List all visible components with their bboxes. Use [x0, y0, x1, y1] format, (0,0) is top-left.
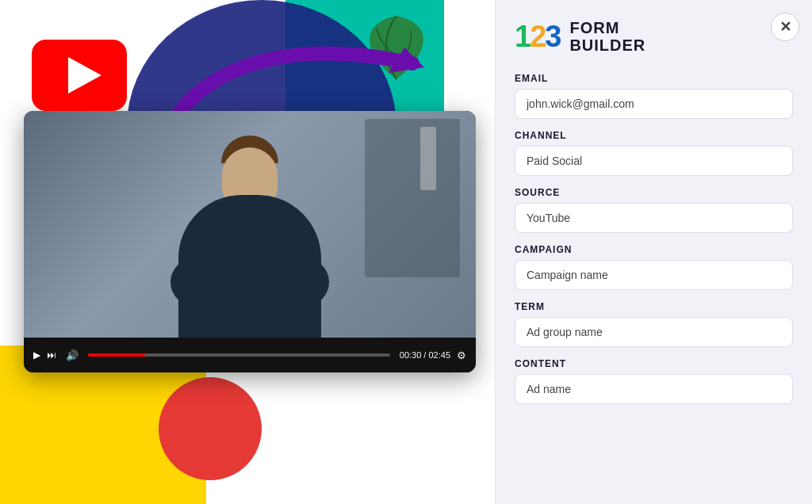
video-player: ▶ ⏭ 🔊 00:30 / 02:45 ⚙: [24, 111, 476, 372]
left-background: ▶ ⏭ 🔊 00:30 / 02:45 ⚙: [0, 0, 508, 504]
settings-icon[interactable]: ⚙: [457, 349, 466, 361]
form-group-campaign: CAMPAIGN: [515, 244, 793, 290]
label-channel: CHANNEL: [515, 130, 793, 141]
video-controls: ▶ ⏭ 🔊 00:30 / 02:45 ⚙: [24, 338, 476, 372]
progress-fill: [88, 353, 145, 357]
form-fields: EMAILCHANNELSOURCECAMPAIGNTERMCONTENT: [515, 73, 793, 404]
shelf-bg: [365, 119, 460, 277]
input-campaign[interactable]: [515, 260, 793, 290]
logo-digit-1: 1: [515, 20, 530, 53]
arms: [170, 258, 329, 306]
logo-digit-2: 2: [530, 20, 545, 53]
label-term: TERM: [515, 301, 793, 312]
close-button[interactable]: ✕: [771, 13, 799, 41]
video-content: [24, 111, 476, 338]
volume-icon[interactable]: 🔊: [66, 349, 79, 361]
logo-numbers: 123: [515, 21, 560, 52]
form-group-email: EMAIL: [515, 73, 793, 119]
logo-digit-3: 3: [545, 20, 560, 53]
input-email[interactable]: [515, 89, 793, 119]
next-button[interactable]: ⏭: [47, 349, 56, 361]
form-group-source: SOURCE: [515, 187, 793, 233]
label-campaign: CAMPAIGN: [515, 244, 793, 255]
input-content[interactable]: [515, 374, 793, 404]
input-source[interactable]: [515, 203, 793, 233]
video-time: 00:30 / 02:45: [400, 350, 450, 360]
label-content: CONTENT: [515, 358, 793, 369]
input-channel[interactable]: [515, 146, 793, 176]
label-email: EMAIL: [515, 73, 793, 84]
logo-area: 123 FORM BUILDER: [515, 19, 793, 54]
form-group-channel: CHANNEL: [515, 130, 793, 176]
form-group-term: TERM: [515, 301, 793, 347]
input-term[interactable]: [515, 317, 793, 347]
label-source: SOURCE: [515, 187, 793, 198]
shape-red: [159, 377, 262, 480]
lamp: [420, 127, 436, 190]
logo-text: FORM BUILDER: [569, 19, 645, 54]
progress-bar[interactable]: [88, 353, 390, 357]
play-button[interactable]: ▶: [33, 349, 40, 361]
youtube-logo: [32, 40, 127, 111]
form-group-content: CONTENT: [515, 358, 793, 404]
right-panel: ✕ 123 FORM BUILDER EMAILCHANNELSOURCECAM…: [495, 0, 812, 504]
person: [163, 132, 337, 338]
